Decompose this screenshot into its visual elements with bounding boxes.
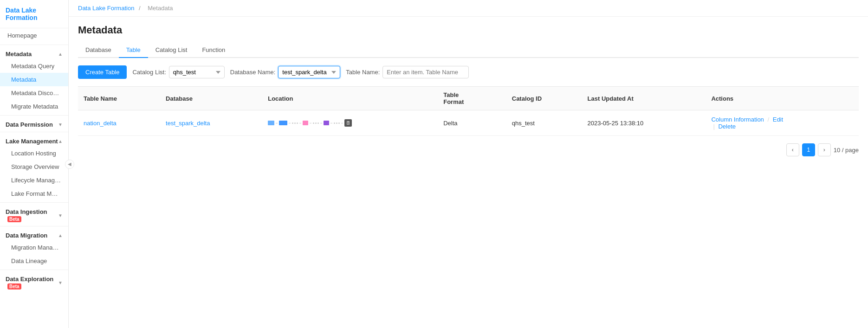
loc-dots-group-2 <box>313 122 319 124</box>
database-name-select[interactable]: test_spark_delta <box>278 66 340 78</box>
col-header-table-format: TableFormat <box>438 87 506 110</box>
sidebar-section-data-permission-label: Data Permission <box>6 121 53 128</box>
page-title: Metadata <box>78 24 859 36</box>
sidebar-section-data-permission[interactable]: Data Permission ▼ <box>0 117 68 130</box>
beta-badge-exploration: Beta <box>7 283 21 289</box>
metadata-table: Table Name Database Location TableFormat… <box>78 86 859 136</box>
loc-dot-5 <box>315 122 317 124</box>
col-header-location: Location <box>262 87 438 110</box>
tab-database[interactable]: Database <box>78 43 119 58</box>
edit-action[interactable]: Edit <box>773 116 783 123</box>
tab-function[interactable]: Function <box>194 43 233 58</box>
action-separator-1: / <box>767 116 771 123</box>
sidebar-item-lake-format-management[interactable]: Lake Format Managemen <box>0 187 68 200</box>
loc-connector-5 <box>320 123 322 123</box>
loc-connector-2 <box>289 123 291 123</box>
breadcrumb: Data Lake Formation / Metadata <box>69 0 868 17</box>
loc-dot-8 <box>336 122 337 124</box>
catalog-list-label: Catalog List: <box>132 69 166 76</box>
catalog-list-select[interactable]: qhs_test <box>169 66 225 78</box>
breadcrumb-separator: / <box>139 5 141 12</box>
database-name-label: Database Name: <box>230 69 276 76</box>
sidebar-item-data-lineage[interactable]: Data Lineage <box>0 254 68 268</box>
pagination-page-size: 10 / page <box>834 147 859 154</box>
pagination-prev-button[interactable]: ‹ <box>786 143 799 156</box>
loc-dot-3 <box>297 122 298 124</box>
table-name-input[interactable] <box>382 66 469 78</box>
sidebar-item-metadata-discovery[interactable]: Metadata Discovery <box>0 86 68 100</box>
loc-block-3 <box>303 121 308 125</box>
chevron-down-icon-ingestion: ▼ <box>58 213 63 218</box>
sidebar-section-lake-management[interactable]: Lake Management ▲ <box>0 134 68 147</box>
sidebar-item-metadata[interactable]: Metadata <box>0 73 68 86</box>
loc-dot-1 <box>292 122 293 124</box>
sidebar-item-migration-management[interactable]: Migration Management <box>0 241 68 254</box>
loc-block-4 <box>324 121 329 125</box>
column-information-action[interactable]: Column Information <box>711 116 764 123</box>
sidebar-section-data-ingestion[interactable]: Data Ingestion Beta ▼ <box>0 205 68 224</box>
app-title: Data Lake Formation <box>0 0 68 28</box>
sidebar-section-data-migration-label: Data Migration <box>6 232 47 239</box>
col-header-catalog-id: Catalog ID <box>506 87 582 110</box>
pagination-next-button[interactable]: › <box>818 143 831 156</box>
toolbar: Create Table Catalog List: qhs_test Data… <box>78 65 859 79</box>
sidebar-item-location-hosting[interactable]: Location Hosting <box>0 147 68 160</box>
table-row: nation_delta test_spark_delta <box>78 110 859 136</box>
tab-bar: Database Table Catalog List Function <box>78 43 859 58</box>
chevron-up-icon-migration: ▲ <box>58 233 63 238</box>
col-header-last-updated-at: Last Updated At <box>582 87 706 110</box>
tab-catalog-list[interactable]: Catalog List <box>148 43 195 58</box>
sidebar-section-data-ingestion-label: Data Ingestion Beta <box>6 208 58 222</box>
cell-location: 🗄 <box>262 110 438 136</box>
loc-block-1 <box>268 121 274 125</box>
create-table-button[interactable]: Create Table <box>78 65 127 79</box>
sidebar-item-metadata-query[interactable]: Metadata Query <box>0 59 68 73</box>
catalog-list-filter: Catalog List: qhs_test <box>132 66 224 78</box>
location-visual: 🗄 <box>268 119 432 127</box>
col-header-actions: Actions <box>706 87 859 110</box>
beta-badge-ingestion: Beta <box>7 216 21 222</box>
sidebar-item-migrate-metadata[interactable]: Migrate Metadata <box>0 100 68 113</box>
col-header-database: Database <box>160 87 262 110</box>
table-name-label: Table Name: <box>346 69 380 76</box>
sidebar-item-homepage[interactable]: Homepage <box>0 28 68 43</box>
sidebar-section-data-migration[interactable]: Data Migration ▲ <box>0 228 68 241</box>
sidebar-section-metadata[interactable]: Metadata ▲ <box>0 47 68 59</box>
table-name-link[interactable]: nation_delta <box>84 120 117 127</box>
sidebar-item-lifecycle-management[interactable]: Lifecycle Management <box>0 174 68 187</box>
chevron-down-icon-exploration: ▼ <box>58 280 63 285</box>
loc-connector-1 <box>276 123 278 123</box>
loc-block-2 <box>279 121 287 125</box>
cell-last-updated-at: 2023-05-25 13:38:10 <box>582 110 706 136</box>
database-link[interactable]: test_spark_delta <box>166 120 210 127</box>
cell-database: test_spark_delta <box>160 110 262 136</box>
sidebar-section-data-exploration-label: Data Exploration Beta <box>6 276 58 289</box>
loc-dot-6 <box>317 122 319 124</box>
breadcrumb-current: Metadata <box>148 5 173 12</box>
loc-connector-6 <box>330 123 332 123</box>
chevron-up-icon-lake: ▲ <box>58 139 63 144</box>
sidebar-section-data-exploration[interactable]: Data Exploration Beta ▼ <box>0 272 68 291</box>
loc-dots-group-3 <box>334 122 340 124</box>
sidebar-item-storage-overview[interactable]: Storage Overview <box>0 160 68 174</box>
loc-connector-4 <box>310 123 311 123</box>
content-area: Metadata Database Table Catalog List Fun… <box>69 17 868 328</box>
sidebar-collapse-button[interactable]: ◀ <box>65 160 74 169</box>
chevron-up-icon: ▲ <box>58 51 63 57</box>
pagination-page-1-button[interactable]: 1 <box>802 143 815 156</box>
cell-table-format: Delta <box>438 110 506 136</box>
delete-action[interactable]: Delete <box>718 123 736 130</box>
pagination: ‹ 1 › 10 / page <box>78 143 859 156</box>
sidebar-section-metadata-label: Metadata <box>6 51 32 58</box>
cell-table-name: nation_delta <box>78 110 160 136</box>
loc-dot-4 <box>313 122 314 124</box>
action-separator-2: | <box>713 123 716 130</box>
tab-table[interactable]: Table <box>119 43 148 58</box>
sidebar-section-lake-management-label: Lake Management <box>6 138 58 145</box>
loc-dots-group <box>292 122 298 124</box>
loc-dot-7 <box>334 122 335 124</box>
breadcrumb-parent-link[interactable]: Data Lake Formation <box>78 5 134 12</box>
loc-dot-9 <box>338 122 340 124</box>
database-name-filter: Database Name: test_spark_delta <box>230 66 341 78</box>
table-name-filter: Table Name: <box>346 66 469 78</box>
